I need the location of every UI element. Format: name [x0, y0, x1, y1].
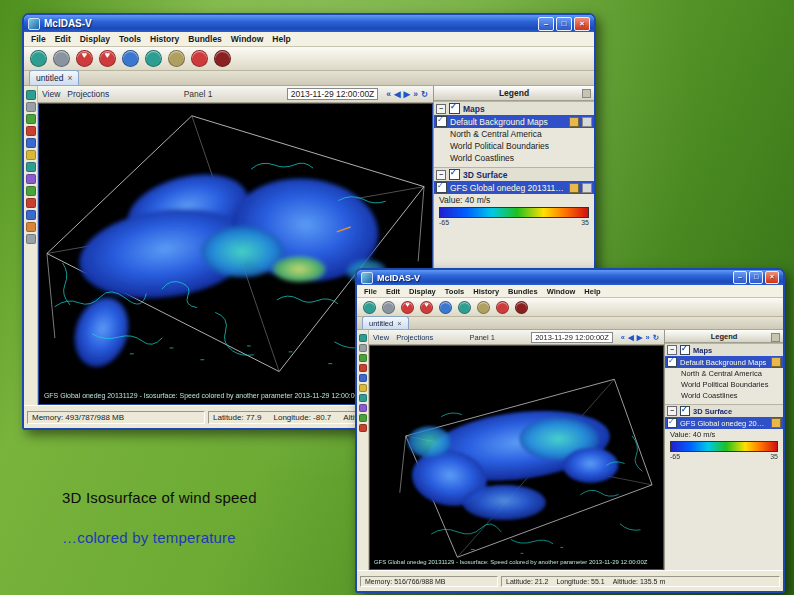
anim-next-button[interactable]: » — [412, 89, 419, 99]
side-tool-icon[interactable] — [26, 198, 36, 208]
side-tool-icon[interactable] — [359, 384, 367, 392]
side-tool-icon[interactable] — [359, 374, 367, 382]
close-button[interactable]: × — [574, 17, 590, 31]
anim-play-button[interactable]: ▶ — [403, 89, 412, 99]
maps-checkbox[interactable] — [449, 103, 460, 114]
menu-window[interactable]: Window — [543, 287, 580, 296]
time-display[interactable]: 2013-11-29 12:00:00Z — [287, 88, 379, 100]
item-checkbox[interactable] — [436, 182, 447, 193]
legend-map-item[interactable]: World Coastlines — [434, 152, 594, 164]
legend-link-label[interactable]: Default Background Maps — [450, 117, 566, 127]
favorite-add-icon[interactable] — [99, 50, 116, 67]
data-explorer-icon[interactable] — [382, 301, 395, 314]
legend-link-label[interactable]: GFS Global onedeg 2013112... — [450, 183, 566, 193]
legend-category-3d-surface[interactable]: − 3D Surface — [665, 404, 783, 417]
minimize-button[interactable]: – — [538, 17, 554, 31]
side-tool-icon[interactable] — [26, 234, 36, 244]
view-menu[interactable]: View — [373, 333, 389, 342]
side-tool-icon[interactable] — [26, 150, 36, 160]
anim-prev-button[interactable]: ◀ — [627, 333, 635, 342]
tab-close-icon[interactable]: × — [67, 73, 72, 83]
side-tool-icon[interactable] — [359, 404, 367, 412]
side-tool-icon[interactable] — [359, 334, 367, 342]
menu-help[interactable]: Help — [268, 34, 294, 44]
dashboard-icon[interactable] — [363, 301, 376, 314]
layers-icon[interactable] — [458, 301, 471, 314]
dashboard-icon[interactable] — [30, 50, 47, 67]
menu-file[interactable]: File — [27, 34, 50, 44]
legend-pin-icon[interactable] — [582, 89, 591, 98]
layers-icon[interactable] — [145, 50, 162, 67]
time-display[interactable]: 2013-11-29 12:00:00Z — [531, 332, 613, 343]
lock-icon[interactable] — [569, 117, 579, 127]
side-tool-icon[interactable] — [26, 162, 36, 172]
menu-tools[interactable]: Tools — [115, 34, 145, 44]
legend-header[interactable]: Legend — [434, 86, 594, 101]
side-tool-icon[interactable] — [26, 126, 36, 136]
anim-first-button[interactable]: « — [620, 333, 626, 342]
side-tool-icon[interactable] — [359, 394, 367, 402]
legend-map-item[interactable]: World Political Boundaries — [665, 379, 783, 390]
lock-icon[interactable] — [771, 418, 781, 428]
expander-icon[interactable]: − — [436, 104, 446, 114]
expander-icon[interactable]: − — [667, 345, 677, 355]
side-tool-icon[interactable] — [26, 210, 36, 220]
legend-item-gfs-global[interactable]: GFS Global onedeg 2013112... — [665, 417, 783, 429]
anim-prev-button[interactable]: ◀ — [393, 89, 402, 99]
anim-first-button[interactable]: « — [385, 89, 392, 99]
side-tool-icon[interactable] — [26, 102, 36, 112]
side-tool-icon[interactable] — [26, 186, 36, 196]
stop-icon[interactable] — [515, 301, 528, 314]
legend-map-item[interactable]: North & Central America — [434, 128, 594, 140]
titlebar[interactable]: McIDAS-V – □ × — [24, 15, 594, 32]
legend-category-maps[interactable]: − Maps — [665, 343, 783, 356]
anim-loop-button[interactable]: ↻ — [652, 333, 660, 342]
favorite-add-icon[interactable] — [420, 301, 433, 314]
menu-file[interactable]: File — [360, 287, 381, 296]
side-tool-icon[interactable] — [359, 424, 367, 432]
tab-close-icon[interactable]: × — [397, 319, 401, 328]
legend-map-item[interactable]: World Coastlines — [665, 390, 783, 401]
side-tool-icon[interactable] — [359, 414, 367, 422]
surface-checkbox[interactable] — [680, 406, 690, 416]
surface-checkbox[interactable] — [449, 169, 460, 180]
menu-history[interactable]: History — [146, 34, 183, 44]
anim-play-button[interactable]: ▶ — [636, 333, 644, 342]
record-icon[interactable] — [191, 50, 208, 67]
menu-bundles[interactable]: Bundles — [504, 287, 542, 296]
palette-icon[interactable] — [477, 301, 490, 314]
lock-icon[interactable] — [569, 183, 579, 193]
lock-icon[interactable] — [771, 357, 781, 367]
item-checkbox[interactable] — [436, 116, 447, 127]
legend-map-item[interactable]: North & Central America — [665, 368, 783, 379]
legend-category-maps[interactable]: − Maps — [434, 101, 594, 115]
titlebar[interactable]: McIDAS-V – □ × — [357, 270, 783, 285]
menu-history[interactable]: History — [469, 287, 503, 296]
record-icon[interactable] — [496, 301, 509, 314]
anim-loop-button[interactable]: ↻ — [420, 89, 429, 99]
expander-icon[interactable]: − — [436, 170, 446, 180]
favorite-icon[interactable] — [401, 301, 414, 314]
menu-window[interactable]: Window — [227, 34, 268, 44]
projections-menu[interactable]: Projections — [67, 89, 109, 99]
menu-bundles[interactable]: Bundles — [184, 34, 226, 44]
side-tool-icon[interactable] — [26, 138, 36, 148]
maximize-button[interactable]: □ — [749, 271, 763, 284]
menu-edit[interactable]: Edit — [382, 287, 404, 296]
menu-help[interactable]: Help — [580, 287, 604, 296]
3d-view[interactable]: GFS Global onedeg 20131129 - Isosurface:… — [369, 345, 664, 570]
legend-item-default-background-maps[interactable]: Default Background Maps — [434, 115, 594, 128]
legend-map-item[interactable]: World Political Boundaries — [434, 140, 594, 152]
maximize-button[interactable]: □ — [556, 17, 572, 31]
side-tool-icon[interactable] — [26, 114, 36, 124]
menu-edit[interactable]: Edit — [51, 34, 75, 44]
globe-icon[interactable] — [122, 50, 139, 67]
colorbar[interactable] — [439, 207, 589, 218]
palette-icon[interactable] — [168, 50, 185, 67]
side-tool-icon[interactable] — [359, 354, 367, 362]
item-checkbox[interactable] — [667, 418, 677, 428]
projections-menu[interactable]: Projections — [396, 333, 433, 342]
anim-next-button[interactable]: » — [645, 333, 651, 342]
side-tool-icon[interactable] — [26, 174, 36, 184]
side-tool-icon[interactable] — [26, 90, 36, 100]
